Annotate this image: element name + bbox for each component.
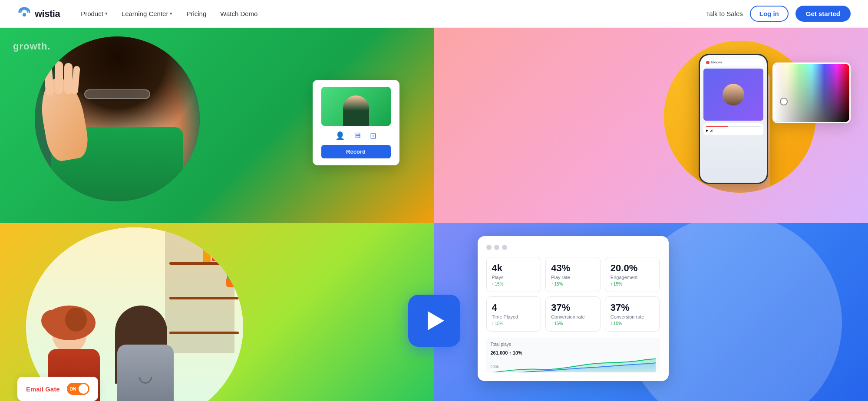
growth-text: growth. <box>13 41 50 52</box>
stats-chart-area: Total plays 261,000 ↑ 10% <box>486 338 660 372</box>
toggle-knob <box>79 384 88 394</box>
window-controls <box>486 245 660 250</box>
nav-left: wistia Product ▾ Learning Center ▾ Prici… <box>17 6 263 21</box>
chart-axis-label: 200k <box>491 365 499 369</box>
hero-grid: growth. 👤 🖥 ⊡ Record <box>0 28 868 401</box>
bloom-brand-dot <box>706 61 710 64</box>
engagement-value: 20.0% <box>611 263 654 274</box>
color-gradient-area <box>774 64 849 122</box>
webcam-icon[interactable]: 👤 <box>335 131 345 141</box>
record-widget: 👤 🖥 ⊡ Record <box>313 80 399 165</box>
svg-point-0 <box>23 13 26 16</box>
quadrant-record: growth. 👤 🖥 ⊡ Record <box>0 28 434 223</box>
talk-to-sales-link[interactable]: Talk to Sales <box>706 10 743 17</box>
bloom-brand-name: bloom <box>711 60 722 64</box>
time-played-change: ↑ 15% <box>492 321 536 326</box>
plays-change-text: 15% <box>495 282 504 286</box>
stat-conversion-1: 37% Conversion rate ↑ 15% <box>545 296 601 332</box>
quadrant-collaborate: Email Gate ON <box>0 223 434 401</box>
stat-time-played: 4 Time Played ↑ 15% <box>486 296 541 332</box>
color-picker-cursor <box>781 99 787 105</box>
navigation: wistia Product ▾ Learning Center ▾ Prici… <box>0 0 868 28</box>
plays-arrow-icon: ↑ <box>492 282 494 286</box>
nav-product[interactable]: Product ▾ <box>76 7 113 21</box>
time-played-label: Time Played <box>492 314 536 319</box>
conversion-2-label: Conversion rate <box>611 314 654 319</box>
people-circle <box>26 227 243 401</box>
logo-wordmark: wistia <box>35 8 60 20</box>
play-rate-label: Play rate <box>551 275 595 280</box>
phone-playback-controls: ▶ 🔊 <box>703 123 763 135</box>
record-button[interactable]: Record <box>321 145 391 158</box>
play-button[interactable] <box>408 295 460 347</box>
stat-plays: 4k Plays ↑ 15% <box>486 257 541 292</box>
phone-progress-fill <box>706 126 728 127</box>
person-circle <box>35 36 200 201</box>
toggle-on-text: ON <box>70 387 76 391</box>
phone-progress-bar[interactable] <box>706 126 761 127</box>
window-dot-2 <box>494 245 499 250</box>
time-played-change-text: 15% <box>495 321 504 326</box>
play-triangle-icon <box>428 311 444 330</box>
total-plays-label: Total plays <box>491 342 511 347</box>
email-gate-widget: Email Gate ON <box>17 377 98 401</box>
quadrant-analytics: 4k Plays ↑ 15% 43% Play rate ↑ 15% <box>434 223 868 401</box>
nav-right: Talk to Sales Log in Get started <box>706 6 851 22</box>
phone-top-bar: bloom <box>703 59 763 66</box>
quadrant-mobile: bloom <box>434 28 868 223</box>
screen-icon[interactable]: 🖥 <box>353 131 361 141</box>
phone-screen: bloom <box>700 55 767 183</box>
play-rate-change-text: 15% <box>554 282 563 286</box>
phone-video <box>703 69 763 121</box>
stat-play-rate: 43% Play rate ↑ 15% <box>545 257 601 292</box>
conversion-1-change-text: 15% <box>554 321 563 326</box>
logo[interactable]: wistia <box>17 6 60 21</box>
phone-device: bloom <box>699 54 768 184</box>
engagement-change: ↑ 15% <box>611 282 654 286</box>
play-pause-icon[interactable]: ▶ <box>706 129 708 132</box>
stats-dashboard: 4k Plays ↑ 15% 43% Play rate ↑ 15% <box>478 236 669 381</box>
play-rate-value: 43% <box>551 263 595 274</box>
engagement-change-text: 15% <box>614 282 622 286</box>
plays-value: 4k <box>492 263 536 274</box>
play-rate-arrow-icon: ↑ <box>551 282 553 286</box>
email-gate-label: Email Gate <box>26 385 60 393</box>
preview-thumbnail <box>321 87 391 126</box>
product-chevron-icon: ▾ <box>105 11 108 16</box>
wistia-icon <box>17 6 31 21</box>
window-dot-3 <box>502 245 507 250</box>
conversion-1-arrow-icon: ↑ <box>551 321 553 326</box>
login-button[interactable]: Log in <box>750 6 789 22</box>
time-played-value: 4 <box>492 302 536 313</box>
chart-svg <box>491 355 656 372</box>
crop-icon[interactable]: ⊡ <box>370 131 376 141</box>
person-waving-image <box>35 36 200 201</box>
conversion-2-change-text: 15% <box>614 321 622 326</box>
color-picker-widget[interactable] <box>772 62 851 123</box>
play-rate-change: ↑ 15% <box>551 282 595 286</box>
conversion-1-value: 37% <box>551 302 595 313</box>
conversion-2-change: ↑ 15% <box>611 321 654 326</box>
nav-learning-center[interactable]: Learning Center ▾ <box>116 7 178 21</box>
conversion-1-change: ↑ 15% <box>551 321 595 326</box>
total-plays-value: 261,000 ↑ 10% <box>491 350 522 355</box>
conversion-1-label: Conversion rate <box>551 314 595 319</box>
nav-watch-demo[interactable]: Watch Demo <box>215 7 263 21</box>
conversion-2-value: 37% <box>611 302 654 313</box>
plays-change: ↑ 15% <box>492 282 536 286</box>
volume-icon[interactable]: 🔊 <box>710 129 714 132</box>
time-played-arrow-icon: ↑ <box>492 321 494 326</box>
conversion-2-arrow-icon: ↑ <box>611 321 613 326</box>
email-gate-toggle[interactable]: ON <box>67 383 89 395</box>
learning-chevron-icon: ▾ <box>170 11 172 16</box>
nav-pricing[interactable]: Pricing <box>181 7 211 21</box>
stat-conversion-2: 37% Conversion rate ↑ 15% <box>605 296 660 332</box>
phone-control-icons: ▶ 🔊 <box>706 129 761 132</box>
get-started-button[interactable]: Get started <box>795 6 851 22</box>
window-dot-1 <box>486 245 492 250</box>
engagement-arrow-icon: ↑ <box>611 282 613 286</box>
plays-label: Plays <box>492 275 536 280</box>
engagement-label: Engagement <box>611 275 654 280</box>
preview-inner <box>321 87 391 126</box>
nav-links: Product ▾ Learning Center ▾ Pricing Watc… <box>76 7 263 21</box>
